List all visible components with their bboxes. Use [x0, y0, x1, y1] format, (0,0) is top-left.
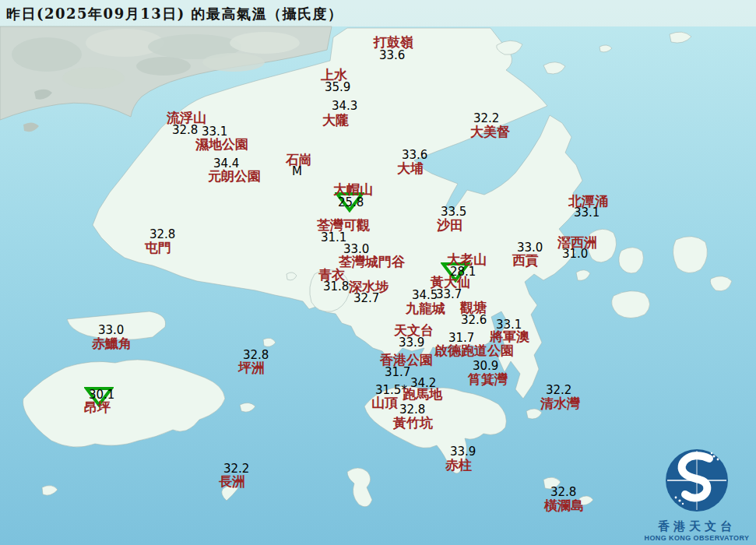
station-value: 31.8: [323, 281, 349, 293]
station-name: 大帽山: [333, 183, 373, 196]
station-name: 沙田: [437, 219, 463, 232]
station-value: 33.1: [574, 207, 600, 219]
weather-map: 昨日(2025年09月13日) 的最高氣溫（攝氏度） 33.6打鼓嶺35.9上水…: [0, 0, 756, 545]
station-value: 34.3: [332, 100, 357, 112]
station-name: 深水埗: [349, 280, 389, 294]
station-value: M: [292, 166, 302, 178]
station-name: 打鼓嶺: [374, 36, 413, 49]
station-name: 赤鱲角: [92, 337, 132, 350]
station-name: 橫瀾島: [544, 499, 584, 512]
station-name: 大老山: [447, 253, 487, 266]
station-value: 32.2: [473, 113, 499, 125]
station-value: 33.6: [402, 149, 427, 161]
station-value: 33.9: [450, 446, 476, 458]
station-value: 25.8: [338, 197, 364, 209]
station-value: 32.8: [149, 229, 175, 241]
station-name: 黃竹坑: [393, 417, 433, 430]
station-name: 清水灣: [540, 397, 580, 410]
station-value: 34.5: [412, 290, 438, 301]
hko-logo: 香港天文台 HONG KONG OBSERVATORY: [642, 446, 751, 542]
station-name: 赤柱: [445, 459, 472, 472]
station-value: 33.7: [436, 289, 462, 301]
station-name: 香港公園: [380, 353, 433, 367]
station-name: 荃灣可觀: [317, 219, 370, 232]
station-name: 大美督: [470, 125, 510, 139]
hko-logo-cn: 香港天文台: [642, 519, 751, 534]
station-name: 大隴: [322, 114, 349, 127]
station-value: 32.8: [172, 125, 198, 136]
station-value: 35.9: [325, 82, 350, 93]
station-value: 32.2: [546, 385, 571, 396]
station-name: 石崗: [286, 153, 312, 167]
station-name: 跑馬地: [403, 388, 442, 401]
station-value: 32.8: [550, 487, 576, 498]
station-value: 33.6: [379, 50, 405, 62]
hko-logo-icon: [663, 446, 731, 515]
station-name: 天文台: [394, 324, 434, 337]
station-name: 啟德跑道公園: [434, 344, 514, 357]
station-value: 31.7: [385, 367, 410, 378]
station-name: 昂坪: [84, 401, 111, 414]
station-name: 青衣: [318, 269, 345, 282]
station-value: 33.9: [399, 337, 424, 349]
station-name: 筲箕灣: [468, 373, 508, 386]
station-name: 黃大仙: [431, 276, 470, 289]
station-name: 長洲: [219, 475, 245, 488]
station-name: 北潭涌: [568, 195, 608, 208]
station-value: 31.0: [562, 248, 588, 260]
station-name: 濕地公園: [195, 138, 248, 151]
station-value: 33.0: [98, 325, 124, 336]
station-name: 屯門: [145, 241, 171, 255]
station-name: 上水: [321, 69, 347, 82]
station-name: 荃灣城門谷: [339, 255, 405, 269]
station-name: 將軍澳: [490, 330, 529, 343]
station-name: 流浮山: [167, 111, 206, 125]
station-value: 32.6: [461, 315, 487, 326]
station-name: 坪洲: [238, 361, 265, 374]
station-value: 30.9: [473, 360, 498, 372]
hko-logo-en: HONG KONG OBSERVATORY: [642, 534, 751, 542]
station-name: 九龍城: [406, 302, 445, 315]
station-name: 觀塘: [460, 301, 487, 315]
station-name: 西貢: [512, 254, 539, 267]
station-name: 山頂: [371, 396, 398, 410]
station-name: 元朗公園: [208, 170, 261, 183]
station-value: 32.8: [399, 404, 425, 416]
station-value: 33.5: [441, 206, 466, 218]
station-name: 大埔: [397, 162, 424, 175]
station-name: 滘西洲: [557, 236, 597, 249]
station-value: 32.7: [353, 293, 379, 304]
